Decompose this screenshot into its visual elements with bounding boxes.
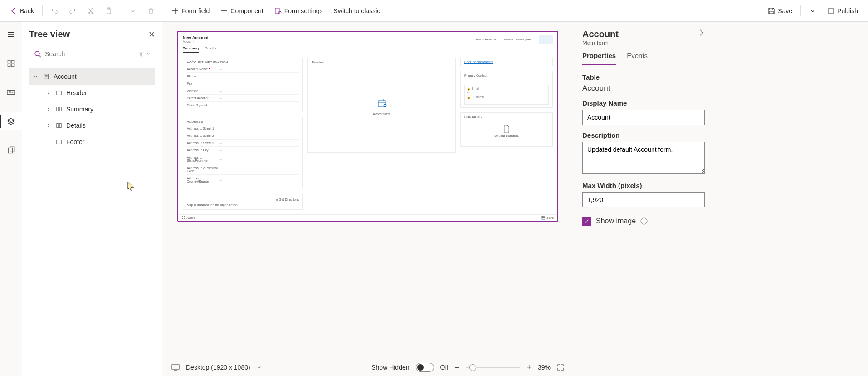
chevron-down-icon xyxy=(129,7,137,14)
add-component-button[interactable]: Component xyxy=(216,5,268,17)
publish-button[interactable]: Publish xyxy=(823,5,863,17)
svg-point-15 xyxy=(35,51,39,56)
add-form-field-button[interactable]: Form field xyxy=(167,5,214,17)
props-title: Account xyxy=(582,29,619,39)
form-canvas[interactable]: New Account Account ---Annual Revenue --… xyxy=(177,31,558,222)
dropdown-button[interactable] xyxy=(125,5,141,17)
timeline-section[interactable]: Timeline … Almost there xyxy=(307,58,456,153)
show-hidden-label: Show Hidden xyxy=(371,364,409,371)
get-directions-label: Get Directions xyxy=(279,198,299,201)
map-disabled-text: Map is disabled for this organization. xyxy=(187,203,299,207)
address-section[interactable]: ADDRESS Address 1: Street 1---Address 1:… xyxy=(183,117,303,188)
contacts-section[interactable]: CONTACTS No data available. xyxy=(460,112,553,147)
tree-label: Account xyxy=(54,73,77,80)
components-rail-button[interactable] xyxy=(0,54,22,72)
device-label[interactable]: Desktop (1920 x 1080) xyxy=(186,364,250,371)
form-field[interactable]: Address 1: Country/Region--- xyxy=(187,175,299,185)
form-field[interactable]: Ticker Symbol--- xyxy=(187,102,299,109)
document-icon xyxy=(503,125,510,133)
monitor-icon xyxy=(171,364,180,371)
canvas-tab-details[interactable]: Details xyxy=(205,46,215,53)
fields-rail-button[interactable]: Abc xyxy=(0,83,22,101)
form-field[interactable]: Parent Account--- xyxy=(187,95,299,102)
bottom-bar: Desktop (1920 x 1080) Show Hidden Off − … xyxy=(162,359,573,376)
search-field[interactable] xyxy=(45,50,124,58)
canvas-subtitle: Account xyxy=(183,40,209,43)
hamburger-button[interactable] xyxy=(0,25,22,43)
description-textarea[interactable] xyxy=(582,142,705,174)
form-field[interactable]: Phone--- xyxy=(187,73,299,80)
form-field[interactable]: Address 1: City--- xyxy=(187,147,299,154)
tree-filter-button[interactable] xyxy=(133,46,155,62)
filter-icon xyxy=(138,51,144,57)
svg-rect-10 xyxy=(11,64,14,67)
zoom-out-button[interactable]: − xyxy=(455,363,460,372)
tab-icon xyxy=(55,122,63,129)
form-field[interactable]: Address 1: Street 3--- xyxy=(187,140,299,147)
publish-icon xyxy=(827,7,834,14)
save-icon[interactable]: 💾 xyxy=(541,216,546,219)
account-info-section[interactable]: ACCOUNT INFORMATION Account Name*---Phon… xyxy=(183,58,303,112)
svg-point-5 xyxy=(278,11,281,14)
form-field[interactable]: Website--- xyxy=(187,87,299,95)
chevron-right-icon xyxy=(45,90,52,96)
undo-button[interactable] xyxy=(46,5,63,17)
form-field[interactable]: Account Name*--- xyxy=(187,66,299,73)
form-settings-button[interactable]: Form settings xyxy=(270,5,327,17)
tree-item-footer[interactable]: Footer xyxy=(29,134,155,150)
show-hidden-toggle[interactable] xyxy=(416,363,434,372)
form-field-label: Form field xyxy=(181,7,210,14)
error-section[interactable]: Error loading control xyxy=(460,58,553,66)
tree-item-header[interactable]: Header xyxy=(29,85,155,101)
tree-item-summary[interactable]: Summary xyxy=(29,101,155,117)
form-field[interactable]: Address 1: Street 2--- xyxy=(187,132,299,140)
table-value: Account xyxy=(582,84,705,93)
expand-icon[interactable]: ⛶ xyxy=(182,216,185,219)
zoom-value: 39% xyxy=(538,364,551,371)
svg-rect-7 xyxy=(8,60,10,63)
props-tab-properties[interactable]: Properties xyxy=(582,52,616,65)
show-image-checkbox[interactable]: ✓ xyxy=(582,217,591,226)
layers-icon xyxy=(7,117,15,125)
form-field[interactable]: Address 1: State/Province--- xyxy=(187,154,299,164)
undo-icon xyxy=(51,7,58,14)
zoom-slider[interactable] xyxy=(466,367,520,368)
save-button[interactable]: Save xyxy=(763,5,797,17)
tree-close-button[interactable]: ✕ xyxy=(148,29,155,39)
cut-button[interactable] xyxy=(83,5,99,17)
tree-item-details[interactable]: Details xyxy=(29,117,155,134)
tree-rail-button[interactable] xyxy=(0,112,22,130)
metric-revenue-label: Annual Revenue xyxy=(476,38,496,41)
tab-icon xyxy=(55,106,63,112)
primary-contact-section[interactable]: Primary Contact --- 🔒 Email --- 🔒 Busine… xyxy=(460,71,553,108)
library-rail-button[interactable] xyxy=(0,141,22,159)
back-button[interactable]: Back xyxy=(5,5,39,17)
abc-icon: Abc xyxy=(7,88,15,96)
chevron-right-icon[interactable] xyxy=(697,29,705,36)
form-field[interactable]: Fax--- xyxy=(187,80,299,87)
zoom-in-button[interactable]: + xyxy=(527,363,532,372)
right-empty-area xyxy=(714,22,868,376)
info-icon[interactable] xyxy=(640,217,648,225)
svg-rect-19 xyxy=(57,124,62,128)
tree-search-input[interactable] xyxy=(29,46,129,62)
canvas-tab-summary[interactable]: Summary xyxy=(183,46,199,53)
save-dropdown-button[interactable] xyxy=(805,5,821,17)
table-label: Table xyxy=(582,73,705,81)
form-field[interactable]: Address 1: Street 1--- xyxy=(187,125,299,132)
fit-icon[interactable] xyxy=(557,364,564,371)
switch-classic-button[interactable]: Switch to classic xyxy=(329,5,385,17)
canvas-title: New Account xyxy=(183,35,209,40)
form-field[interactable]: Address 1: ZIP/Postal Code--- xyxy=(187,164,299,175)
props-tab-events[interactable]: Events xyxy=(627,52,648,65)
max-width-input[interactable] xyxy=(582,192,705,207)
delete-button[interactable] xyxy=(143,5,159,17)
chevron-down-icon[interactable] xyxy=(257,365,262,370)
error-link[interactable]: Error loading control xyxy=(464,60,493,63)
paste-button[interactable] xyxy=(101,5,117,17)
chevron-right-icon xyxy=(45,123,52,128)
redo-button[interactable] xyxy=(64,5,81,17)
tree-item-account[interactable]: Account xyxy=(29,68,155,85)
display-name-input[interactable] xyxy=(582,110,705,125)
map-section[interactable]: ◈ Get Directions Map is disabled for thi… xyxy=(183,193,303,210)
